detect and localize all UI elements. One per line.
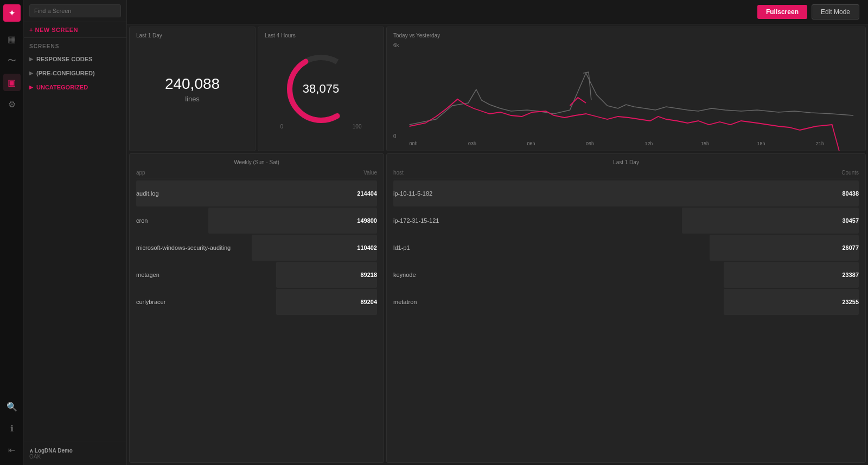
sidebar-item-label: UNCATEGORIZED: [36, 84, 88, 91]
dashboard: Last 1 Day 240,088 lines Last 4 Hours 38…: [127, 24, 868, 465]
row-label: metatron: [393, 299, 417, 305]
panel1-value: 240,088: [165, 75, 220, 93]
row-label: microsoft-windows-security-auditing: [136, 244, 231, 251]
row-value: 89218: [360, 272, 377, 278]
panel3-title: Today vs Yesterday: [393, 33, 859, 38]
table-row: microsoft-windows-security-auditing 1104…: [136, 235, 377, 261]
panel4-title: Weekly (Sun - Sat): [136, 159, 377, 165]
nav-monitor[interactable]: ▣: [3, 74, 21, 91]
row-label: cron: [136, 217, 148, 224]
panel-table: Weekly (Sun - Sat) app Value audit.log 2…: [129, 153, 384, 463]
host-row: ip-172-31-15-121 30457: [393, 208, 859, 234]
col-counts: Counts: [841, 170, 859, 176]
col-app: app: [136, 170, 145, 176]
svg-text:21h: 21h: [816, 141, 824, 146]
row-label: ip-10-11-5-182: [393, 190, 432, 197]
svg-text:18h: 18h: [757, 141, 765, 146]
row-value: 110402: [357, 244, 377, 251]
svg-text:15h: 15h: [701, 141, 709, 146]
col-value: Value: [363, 170, 377, 176]
chevron-icon: ▶: [29, 70, 33, 76]
top-bar: Fullscreen Edit Mode: [127, 0, 868, 24]
row-label: metagen: [136, 272, 159, 278]
panel1-title: Last 1 Day: [136, 33, 162, 38]
row-label: keynode: [393, 272, 416, 278]
row-value: 89204: [360, 299, 377, 305]
host-row: keynode 23387: [393, 262, 859, 288]
svg-text:03h: 03h: [468, 141, 476, 146]
table-row: cron 149800: [136, 208, 377, 234]
line-chart-svg: 6k 0 00h 03h 06h 09h 12h 15h 18h 21h: [393, 41, 859, 146]
find-screen-input[interactable]: [29, 4, 121, 17]
svg-text:00h: 00h: [410, 141, 418, 146]
user-info[interactable]: ∧ LogDNA Demo OAK: [24, 442, 126, 465]
nav-pulse[interactable]: 〜: [3, 52, 21, 69]
row-value: 149800: [357, 217, 377, 224]
main-content: Fullscreen Edit Mode Last 1 Day 240,088 …: [127, 0, 868, 465]
y-max-label: 6k: [393, 42, 399, 48]
host-table-rows: ip-10-11-5-182 80438 ip-172-31-15-121 30…: [393, 180, 859, 316]
app-logo[interactable]: ✦: [3, 4, 21, 22]
panel2-title: Last 4 Hours: [265, 33, 296, 38]
panel-host: Last 1 Day host Counts ip-10-11-5-182 80…: [386, 153, 866, 463]
chevron-icon: ▶: [29, 56, 33, 62]
nav-search[interactable]: 🔍: [3, 398, 21, 415]
row-value: 23255: [842, 299, 859, 305]
panel1-unit: lines: [185, 95, 200, 103]
user-org: OAK: [29, 454, 121, 460]
editmode-button[interactable]: Edit Mode: [812, 4, 859, 20]
host-header: host Counts: [393, 170, 859, 178]
row-label: audit.log: [136, 190, 159, 197]
expand-icon: ∧: [29, 448, 35, 454]
table-header: app Value: [136, 170, 377, 178]
panel2-value: 38,075: [303, 82, 339, 96]
user-name: ∧ LogDNA Demo: [29, 448, 121, 454]
panel-chart: Today vs Yesterday 6k 0 00h 03h 06h 09h …: [386, 27, 866, 151]
y-min-label: 0: [393, 133, 397, 139]
fullscreen-button[interactable]: Fullscreen: [757, 5, 807, 19]
nav-sidebar-toggle[interactable]: ▦: [3, 30, 21, 48]
app-table-rows: audit.log 214404 cron 149800 microsoft-w…: [136, 180, 377, 316]
table-row: metagen 89218: [136, 262, 377, 288]
sidebar-item-pre-configured[interactable]: ▶ (PRE-CONFIGURED): [24, 66, 126, 80]
gauge-max: 100: [353, 124, 362, 130]
nav-collapse[interactable]: ⇤: [3, 441, 21, 458]
sidebar-item-label: RESPONSE CODES: [36, 56, 92, 62]
screen-search-container: [24, 0, 126, 22]
col-host: host: [393, 170, 404, 176]
host-row: ld1-p1 26077: [393, 235, 859, 261]
icon-sidebar: ✦ ▦ 〜 ▣ ⚙ 🔍 ℹ ⇤: [0, 0, 24, 465]
nav-gear[interactable]: ⚙: [3, 95, 21, 113]
svg-text:12h: 12h: [645, 141, 653, 146]
row-label: curlybracer: [136, 299, 165, 305]
panel5-title: Last 1 Day: [393, 159, 859, 165]
active-chevron-icon: ▶: [29, 85, 33, 90]
sidebar-item-uncategorized[interactable]: ▶ UNCATEGORIZED: [24, 80, 126, 94]
svg-text:06h: 06h: [527, 141, 535, 146]
panel-last1day: Last 1 Day 240,088 lines: [129, 27, 256, 151]
screen-panel: + NEW SCREEN SCREENS ▶ RESPONSE CODES ▶ …: [24, 0, 127, 465]
sidebar-item-response-codes[interactable]: ▶ RESPONSE CODES: [24, 52, 126, 66]
screens-section-label: SCREENS: [24, 38, 126, 52]
nav-info[interactable]: ℹ: [3, 419, 21, 437]
row-value: 80438: [842, 190, 859, 197]
gauge-container: 38,075 0 100: [280, 48, 362, 130]
host-row: ip-10-11-5-182 80438: [393, 180, 859, 206]
sidebar-item-label: (PRE-CONFIGURED): [36, 70, 95, 76]
row-label: ip-172-31-15-121: [393, 217, 439, 224]
table-row: audit.log 214404: [136, 180, 377, 206]
new-screen-button[interactable]: + NEW SCREEN: [24, 22, 126, 38]
svg-text:09h: 09h: [586, 141, 594, 146]
row-value: 30457: [842, 217, 859, 224]
row-value: 26077: [842, 244, 859, 251]
row-value: 23387: [842, 272, 859, 278]
row-value: 214404: [357, 190, 377, 197]
panel-gauge: Last 4 Hours 38,075 0 100: [258, 27, 384, 151]
host-row: metatron 23255: [393, 289, 859, 315]
gauge-min: 0: [280, 124, 284, 130]
row-label: ld1-p1: [393, 244, 410, 251]
table-row: curlybracer 89204: [136, 289, 377, 315]
